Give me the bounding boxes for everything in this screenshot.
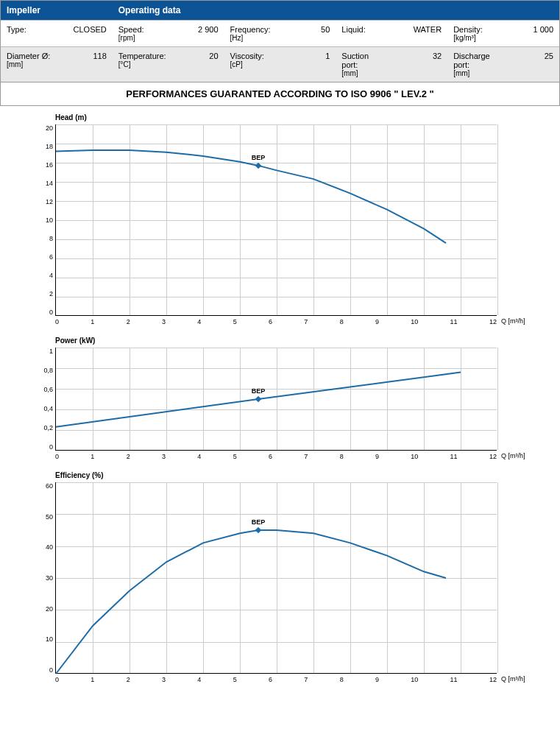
x-axis: 0123456789101112 bbox=[55, 453, 497, 460]
chart-head-m-: Head (m)20181614121086420BEP012345678910… bbox=[40, 113, 538, 325]
plot-area: BEP bbox=[55, 124, 497, 316]
temperature-value: 20 bbox=[169, 47, 224, 82]
chart-title: Power (kW) bbox=[55, 337, 538, 345]
discharge-label-cell: Discharge port:[mm] bbox=[447, 47, 503, 82]
type-value: CLOSED bbox=[57, 21, 113, 47]
liquid-value: WATER bbox=[391, 21, 447, 47]
y-axis: 10,80,60,40,20 bbox=[40, 348, 55, 451]
plot-area: BEP bbox=[55, 348, 497, 451]
y-axis: 6050403020100 bbox=[40, 482, 55, 674]
diameter-value: 118 bbox=[57, 47, 113, 82]
bep-label: BEP bbox=[252, 387, 266, 395]
frequency-value: 50 bbox=[280, 21, 336, 47]
operating-header: Operating data bbox=[113, 1, 559, 21]
x-axis-label: Q [m³/h] bbox=[501, 452, 525, 459]
speed-label-cell: Speed:[rpm] bbox=[113, 21, 169, 47]
plot-area: BEP bbox=[55, 482, 497, 674]
chart-efficiency-: Efficiency (%)6050403020100BEP0123456789… bbox=[40, 471, 538, 683]
density-value: 1 000 bbox=[503, 21, 559, 47]
x-axis: 0123456789101112 bbox=[55, 318, 497, 325]
chart-title: Efficiency (%) bbox=[55, 471, 538, 479]
suction-value: 32 bbox=[391, 47, 447, 82]
x-axis: 0123456789101112 bbox=[55, 676, 497, 683]
iso-banner: PERFORMANCES GUARANTED ACCORDING TO ISO … bbox=[1, 82, 559, 105]
suction-label-cell: Suction port:[mm] bbox=[336, 47, 391, 82]
density-label-cell: Density:[kg/m³] bbox=[447, 21, 503, 47]
x-axis-label: Q [m³/h] bbox=[501, 317, 525, 325]
viscosity-label-cell: Viscosity:[cP] bbox=[224, 47, 280, 82]
discharge-value: 25 bbox=[503, 47, 559, 82]
speed-value: 2 900 bbox=[169, 21, 224, 47]
impeller-header: Impeller bbox=[1, 1, 113, 21]
charts-area: Head (m)20181614121086420BEP012345678910… bbox=[0, 106, 560, 702]
liquid-label-cell: Liquid: bbox=[336, 21, 391, 47]
chart-title: Head (m) bbox=[55, 113, 538, 121]
x-axis-label: Q [m³/h] bbox=[501, 675, 525, 683]
type-label-cell: Type: bbox=[1, 21, 57, 47]
chart-power-kw-: Power (kW)10,80,60,40,20BEP0123456789101… bbox=[40, 337, 538, 460]
y-axis: 20181614121086420 bbox=[40, 124, 55, 316]
bep-label: BEP bbox=[252, 518, 266, 526]
diameter-label-cell: Diameter Ø:[mm] bbox=[1, 47, 57, 82]
page-frame: Impeller Operating data Type: CLOSED Spe… bbox=[0, 0, 560, 106]
frequency-label-cell: Frequency:[Hz] bbox=[224, 21, 280, 47]
bep-label: BEP bbox=[252, 154, 266, 161]
header-table: Impeller Operating data Type: CLOSED Spe… bbox=[1, 1, 559, 82]
viscosity-value: 1 bbox=[280, 47, 336, 82]
temperature-label-cell: Temperature:[°C] bbox=[113, 47, 169, 82]
